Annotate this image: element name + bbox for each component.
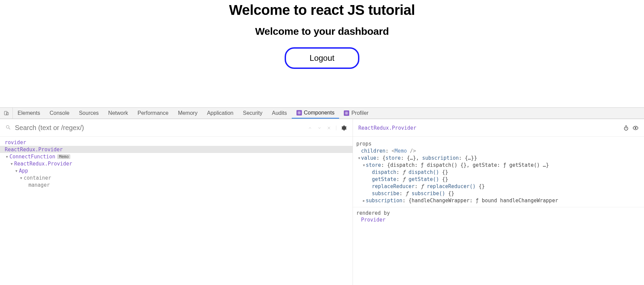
logout-button[interactable]: Logout: [285, 47, 359, 69]
tree-node[interactable]: manager: [0, 181, 353, 188]
search-input[interactable]: [15, 124, 304, 132]
component-details-panel: ReactRedux.Provider props children: <Mem…: [353, 119, 644, 285]
page-title: Welcome to react JS tutorial: [229, 2, 415, 18]
selected-component-title: ReactRedux.Provider: [358, 125, 620, 131]
clear-search-icon[interactable]: [327, 126, 331, 130]
rendered-by-label: rendered by: [356, 210, 641, 216]
tree-node[interactable]: ReactRedux.Provider: [0, 146, 353, 153]
tree-node[interactable]: ▾container: [0, 174, 353, 181]
svg-rect-0: [4, 111, 7, 115]
eye-icon[interactable]: [633, 125, 639, 131]
gear-icon[interactable]: [340, 125, 347, 131]
props-section-label: props: [356, 141, 641, 147]
caret-icon: ▾: [5, 154, 9, 160]
devtools-tab-label: Application: [207, 110, 233, 116]
tree-node-label: App: [19, 168, 28, 174]
search-icon: [5, 125, 11, 131]
devtools-tab-label: Audits: [272, 110, 287, 116]
store-entry-row[interactable]: replaceReducer: ƒ replaceReducer() {}: [356, 183, 641, 190]
devtools-tab-label: Security: [243, 110, 262, 116]
store-entry-row[interactable]: dispatch: ƒ dispatch() {}: [356, 169, 641, 176]
devtools-tab-label: Elements: [18, 110, 40, 116]
svg-rect-1: [6, 112, 8, 115]
svg-point-2: [299, 112, 300, 113]
devtools-tab-console[interactable]: Console: [45, 108, 74, 119]
devtools-tab-profiler[interactable]: Profiler: [339, 108, 373, 119]
webpage-content: Welcome to react JS tutorial Welcome to …: [0, 0, 644, 107]
devtools-body: roviderReactRedux.Provider▾ConnectFuncti…: [0, 119, 644, 285]
tree-node-label: rovider: [5, 139, 26, 146]
devtools-tab-components[interactable]: Components: [292, 108, 339, 119]
devtools-tab-label: Console: [50, 110, 70, 116]
devtools-tab-audits[interactable]: Audits: [267, 108, 291, 119]
devtools-tab-performance[interactable]: Performance: [133, 108, 173, 119]
tree-node[interactable]: ▾App: [0, 167, 353, 174]
react-logo-icon: [296, 110, 302, 115]
store-entry-row[interactable]: subscribe: ƒ subscribe() {}: [356, 190, 641, 197]
devtools-tab-label: Memory: [178, 110, 197, 116]
stopwatch-icon[interactable]: [623, 125, 629, 131]
store-entry-row[interactable]: getState: ƒ getState() {}: [356, 176, 641, 183]
devtools-tab-label: Network: [108, 110, 128, 116]
caret-icon: ▾: [15, 168, 18, 174]
svg-line-11: [9, 128, 10, 129]
device-toolbar-icon[interactable]: [0, 108, 13, 119]
tree-node-label: ReactRedux.Provider: [14, 161, 72, 167]
devtools-tab-label: Profiler: [351, 110, 368, 116]
devtools-tab-sources[interactable]: Sources: [74, 108, 103, 119]
devtools-tab-label: Components: [304, 110, 335, 116]
tree-node-label: container: [24, 175, 51, 181]
devtools-tab-memory[interactable]: Memory: [173, 108, 202, 119]
devtools-tab-application[interactable]: Application: [202, 108, 238, 119]
component-search-bar: [0, 119, 353, 137]
devtools-tab-label: Performance: [138, 110, 169, 116]
tree-node-label: manager: [28, 182, 50, 188]
props-children-row[interactable]: children: <Memo />: [356, 148, 641, 155]
rendered-by-link[interactable]: Provider: [356, 217, 385, 223]
svg-point-6: [346, 113, 347, 113]
next-match-icon[interactable]: [317, 126, 322, 130]
svg-point-15: [635, 127, 637, 129]
component-tree-panel: roviderReactRedux.Provider▾ConnectFuncti…: [0, 119, 353, 285]
memo-badge: Memo: [57, 154, 70, 159]
caret-icon: ▾: [10, 161, 14, 167]
devtools-tab-label: Sources: [79, 110, 99, 116]
tree-node-label: ConnectFunction: [9, 154, 55, 160]
react-logo-icon: [344, 110, 349, 116]
tree-node[interactable]: ▾ReactRedux.Provider: [0, 160, 353, 167]
devtools-tab-bar: ElementsConsoleSourcesNetworkPerformance…: [0, 107, 644, 119]
devtools-tab-network[interactable]: Network: [103, 108, 133, 119]
tree-node[interactable]: ▾ConnectFunctionMemo: [0, 153, 353, 160]
props-value-row[interactable]: ▾value: {store: {…}, subscription: {…}}: [356, 155, 641, 162]
devtools-tab-security[interactable]: Security: [238, 108, 267, 119]
svg-point-10: [6, 125, 9, 128]
devtools-tab-elements[interactable]: Elements: [13, 108, 45, 119]
prev-match-icon[interactable]: [308, 126, 312, 130]
tree-node-label: ReactRedux.Provider: [5, 147, 63, 153]
props-subscription-row[interactable]: ▸subscription: {handleChangeWrapper: ƒ b…: [356, 197, 641, 204]
tree-node[interactable]: rovider: [0, 139, 353, 146]
caret-icon: ▾: [20, 175, 23, 181]
props-store-row[interactable]: ▾store: {dispatch: ƒ dispatch() {}, getS…: [356, 162, 641, 169]
page-subtitle: Welcome to your dashboard: [255, 26, 389, 37]
